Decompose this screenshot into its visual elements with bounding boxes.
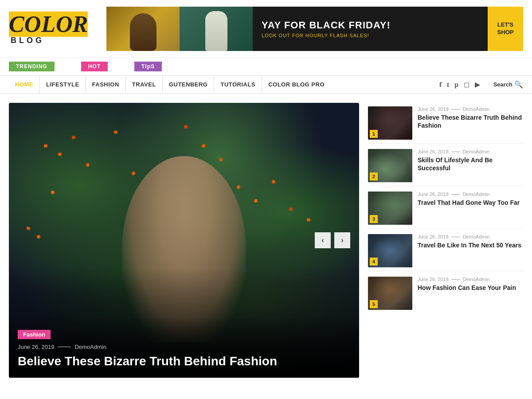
hero-author: DemoAdmin bbox=[74, 344, 106, 350]
banner-image bbox=[106, 7, 253, 51]
twitter-icon[interactable]: 𝐭 bbox=[447, 81, 449, 89]
hero-navigation: ‹ › bbox=[315, 232, 350, 248]
sidebar-content-1: June 26, 2019 DemoAdmin Believe These Bi… bbox=[418, 106, 523, 129]
instagram-icon[interactable]: ◻ bbox=[464, 80, 469, 89]
hero-section: ‹ › Fashion June 26, 2019 DemoAdmin Beli… bbox=[9, 103, 359, 378]
nav-item-tutorials[interactable]: TUTORIALS bbox=[214, 76, 262, 93]
nav-item-gutenberg[interactable]: GUTENBERG bbox=[163, 76, 215, 93]
sidebar-item-3: 3 June 26, 2019 DemoAdmin Travel That Ha… bbox=[368, 188, 523, 229]
sidebar-thumb-3: 3 bbox=[368, 192, 412, 225]
banner-subtitle: LOOK OUT FOR HOURLY FLASH SALES! bbox=[262, 33, 479, 38]
nav-item-colorblogpro[interactable]: COLOR BLOG PRO bbox=[262, 76, 331, 93]
tag-hot[interactable]: HOT bbox=[81, 62, 108, 71]
nav-links: HOME LIFESTYLE FASHION TRAVEL GUTENBERG … bbox=[9, 76, 430, 93]
header: COLOR BLOG YAY FOR BLACK FRIDAY! LOOK OU… bbox=[0, 0, 532, 58]
sidebar-author-1: DemoAdmin bbox=[463, 106, 490, 112]
hero-meta-divider bbox=[58, 347, 71, 347]
nav-item-fashion[interactable]: FASHION bbox=[86, 76, 126, 93]
sidebar-meta-5: June 26, 2019 DemoAdmin bbox=[418, 277, 523, 282]
nav-item-travel[interactable]: TRAVEL bbox=[126, 76, 163, 93]
banner-title: YAY FOR BLACK FRIDAY! bbox=[262, 20, 479, 31]
hero-title[interactable]: Believe These Bizarre Truth Behind Fashi… bbox=[18, 354, 350, 369]
tag-trending[interactable]: TRENDING bbox=[9, 62, 55, 71]
sidebar-title-2[interactable]: Skills Of Lifestyle And Be Successful bbox=[418, 156, 523, 172]
sidebar-content-4: June 26, 2019 DemoAdmin Travel Be Like I… bbox=[418, 234, 523, 249]
tag-bar: TRENDING HOT TIpS bbox=[0, 58, 532, 76]
sidebar-num-4: 4 bbox=[370, 258, 378, 266]
sidebar-date-2: June 26, 2019 bbox=[418, 149, 449, 154]
hero-overlay: Fashion June 26, 2019 DemoAdmin Believe … bbox=[9, 317, 359, 378]
sidebar-thumb-1: 1 bbox=[368, 106, 412, 140]
hero-next-button[interactable]: › bbox=[334, 232, 350, 248]
pinterest-icon[interactable]: 𝐩 bbox=[454, 81, 458, 89]
main-content: ‹ › Fashion June 26, 2019 DemoAdmin Beli… bbox=[0, 94, 532, 387]
sidebar-title-3[interactable]: Travel That Had Gone Way Too Far bbox=[418, 199, 523, 207]
sidebar-divider-5 bbox=[451, 279, 460, 280]
sidebar-item-1: 1 June 26, 2019 DemoAdmin Believe These … bbox=[368, 103, 523, 144]
sidebar-thumb-4: 4 bbox=[368, 234, 412, 267]
sidebar-divider-3 bbox=[451, 194, 460, 195]
sidebar-meta-2: June 26, 2019 DemoAdmin bbox=[418, 149, 523, 154]
sidebar-date-1: June 26, 2019 bbox=[418, 106, 449, 112]
sidebar-meta-3: June 26, 2019 DemoAdmin bbox=[418, 192, 523, 197]
nav-social: 𝐟 𝐭 𝐩 ◻ ▶ bbox=[430, 80, 489, 89]
sidebar-author-2: DemoAdmin bbox=[463, 149, 490, 154]
sidebar-thumb-5: 5 bbox=[368, 277, 412, 310]
logo-blog-text: BLOG bbox=[11, 36, 98, 45]
logo-color-text: COLOR bbox=[9, 13, 98, 36]
tag-tips[interactable]: TIpS bbox=[134, 62, 162, 71]
sidebar-divider-4 bbox=[451, 237, 460, 237]
sidebar-author-3: DemoAdmin bbox=[463, 192, 490, 197]
banner-cta-button[interactable]: LET'S SHOP bbox=[488, 7, 523, 51]
facebook-icon[interactable]: 𝐟 bbox=[439, 81, 442, 89]
sidebar-meta-4: June 26, 2019 DemoAdmin bbox=[418, 234, 523, 239]
youtube-icon[interactable]: ▶ bbox=[475, 80, 480, 89]
sidebar-author-5: DemoAdmin bbox=[463, 277, 490, 282]
sidebar-item-5: 5 June 26, 2019 DemoAdmin How Fashion Ca… bbox=[368, 273, 523, 313]
sidebar-date-5: June 26, 2019 bbox=[418, 277, 449, 282]
search-icon: 🔍 bbox=[514, 80, 523, 89]
sidebar-author-4: DemoAdmin bbox=[463, 234, 490, 239]
sidebar-item-4: 4 June 26, 2019 DemoAdmin Travel Be Like… bbox=[368, 231, 523, 271]
hero-category-badge[interactable]: Fashion bbox=[18, 330, 51, 339]
nav-item-home[interactable]: HOME bbox=[9, 76, 40, 93]
sidebar-num-1: 1 bbox=[370, 130, 378, 138]
sidebar-num-2: 2 bbox=[370, 172, 378, 180]
logo[interactable]: COLOR BLOG bbox=[9, 13, 98, 45]
sidebar-num-3: 3 bbox=[370, 215, 378, 223]
hero-prev-button[interactable]: ‹ bbox=[315, 232, 331, 248]
banner-cta-label: LET'S SHOP bbox=[497, 21, 514, 36]
sidebar-meta-1: June 26, 2019 DemoAdmin bbox=[418, 106, 523, 112]
banner-text-area: YAY FOR BLACK FRIDAY! LOOK OUT FOR HOURL… bbox=[253, 7, 488, 51]
sidebar-divider-2 bbox=[451, 152, 460, 152]
sidebar: 1 June 26, 2019 DemoAdmin Believe These … bbox=[368, 103, 523, 378]
sidebar-num-5: 5 bbox=[370, 300, 378, 308]
sidebar-content-2: June 26, 2019 DemoAdmin Skills Of Lifest… bbox=[418, 149, 523, 172]
sidebar-thumb-2: 2 bbox=[368, 149, 412, 182]
sidebar-content-5: June 26, 2019 DemoAdmin How Fashion Can … bbox=[418, 277, 523, 292]
sidebar-divider-1 bbox=[451, 109, 460, 110]
hero-date: June 26, 2019 bbox=[18, 344, 54, 350]
sidebar-title-1[interactable]: Believe These Bizarre Truth Behind Fashi… bbox=[418, 113, 523, 129]
ad-banner[interactable]: YAY FOR BLACK FRIDAY! LOOK OUT FOR HOURL… bbox=[106, 7, 523, 51]
search-button[interactable]: Search 🔍 bbox=[489, 80, 523, 89]
hero-meta: June 26, 2019 DemoAdmin bbox=[18, 344, 350, 350]
sidebar-date-3: June 26, 2019 bbox=[418, 192, 449, 197]
main-nav: HOME LIFESTYLE FASHION TRAVEL GUTENBERG … bbox=[0, 76, 532, 94]
sidebar-title-5[interactable]: How Fashion Can Ease Your Pain bbox=[418, 284, 523, 292]
sidebar-item-2: 2 June 26, 2019 DemoAdmin Skills Of Life… bbox=[368, 145, 523, 186]
sidebar-title-4[interactable]: Travel Be Like In The Next 50 Years bbox=[418, 241, 523, 249]
sidebar-content-3: June 26, 2019 DemoAdmin Travel That Had … bbox=[418, 192, 523, 207]
sidebar-date-4: June 26, 2019 bbox=[418, 234, 449, 239]
nav-item-lifestyle[interactable]: LIFESTYLE bbox=[40, 76, 86, 93]
search-label: Search bbox=[493, 81, 512, 88]
